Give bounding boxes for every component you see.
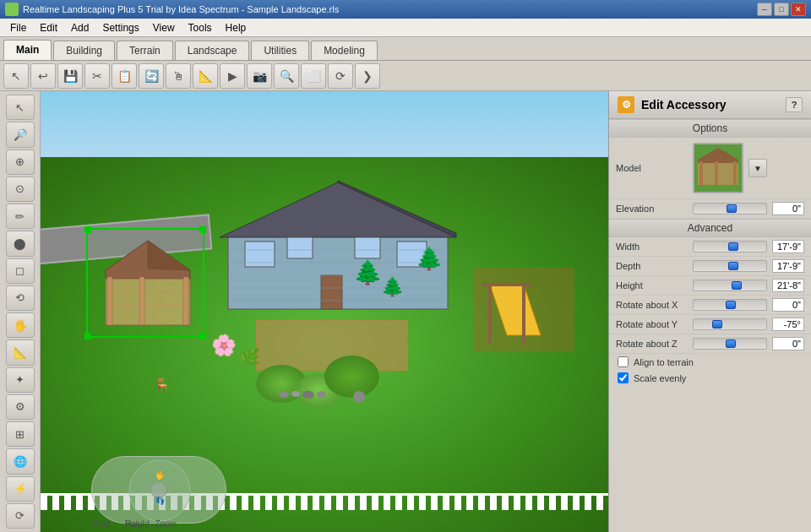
- nav-compass[interactable]: 🖐 👣: [91, 456, 226, 524]
- rotate-z-value[interactable]: 0": [772, 337, 804, 350]
- bush-1: 🌿: [239, 347, 260, 367]
- help-button[interactable]: ?: [786, 97, 803, 112]
- toolbar: ↖ ↩ 💾 ✂ 📋 🔄 🖱 📐 ▶ 📷 🔍 ⬜ ⟳ ❯: [0, 61, 811, 91]
- toolbar-select[interactable]: ↖: [3, 63, 29, 89]
- toolbar-refresh[interactable]: ⟳: [328, 63, 353, 89]
- sidebar-tool-orbit[interactable]: ⊙: [6, 176, 35, 202]
- tab-terrain[interactable]: Terrain: [117, 41, 173, 60]
- toolbar-save[interactable]: 💾: [57, 63, 83, 89]
- rotate-y-slider[interactable]: [693, 318, 767, 330]
- nav-orbit-label: Orbit: [91, 519, 110, 529]
- nav-zoom-label: Zoom: [155, 519, 177, 529]
- sidebar-tool-add[interactable]: ⊕: [6, 149, 35, 175]
- model-dropdown-button[interactable]: ▼: [748, 159, 767, 177]
- toolbar-undo[interactable]: ↩: [30, 63, 56, 89]
- toolbar-zoom[interactable]: 🔍: [274, 63, 299, 89]
- height-slider-thumb: [732, 281, 742, 290]
- height-row: Height 21'-8": [609, 276, 811, 296]
- elevation-slider[interactable]: [693, 203, 767, 214]
- menu-add[interactable]: Add: [64, 20, 95, 35]
- rock-path: [279, 391, 326, 399]
- sidebar-tool-flash[interactable]: ⚡: [6, 476, 35, 502]
- menu-help[interactable]: Help: [219, 20, 253, 35]
- rotate-x-slider[interactable]: [693, 299, 767, 311]
- window-controls: ─ □ ✕: [757, 3, 806, 16]
- maximize-button[interactable]: □: [774, 3, 789, 16]
- svg-text:🖐: 🖐: [155, 470, 166, 480]
- sidebar-tool-hand[interactable]: 🖐: [6, 312, 35, 338]
- width-slider-thumb: [728, 242, 738, 251]
- height-value[interactable]: 21'-8": [772, 279, 804, 292]
- rotate-y-slider-thumb: [712, 320, 722, 328]
- sidebar-tool-edit[interactable]: ✏: [6, 204, 35, 229]
- toolbar-play[interactable]: ▶: [220, 63, 245, 89]
- svg-text:👣: 👣: [155, 496, 166, 506]
- rotate-x-value[interactable]: 0": [772, 298, 804, 312]
- app-icon: [5, 3, 19, 16]
- width-value[interactable]: 17'-9": [772, 240, 804, 253]
- sidebar-tool-zoom[interactable]: 🔎: [6, 122, 35, 147]
- left-sidebar: ↖ 🔎 ⊕ ⊙ ✏ ⬤ ◻ ⟲ 🖐 📐 ✦ ⚙ ⊞ 🌐 ⚡ ⟳: [0, 91, 41, 532]
- toolbar-pointer[interactable]: 🖱: [166, 63, 191, 89]
- toolbar-camera[interactable]: 📷: [247, 63, 272, 89]
- svg-marker-13: [490, 285, 541, 335]
- playground: [473, 268, 574, 352]
- menu-tools[interactable]: Tools: [182, 20, 219, 35]
- svg-rect-7: [321, 275, 342, 309]
- depth-label: Depth: [616, 261, 688, 271]
- menu-view[interactable]: View: [146, 20, 182, 35]
- sidebar-tool-grid[interactable]: ⊞: [6, 421, 35, 447]
- rotate-y-label: Rotate about Y: [616, 319, 688, 329]
- viewport-3d[interactable]: 🌲 🌲 🌲 🌸 🌿: [41, 91, 608, 532]
- tab-utilities[interactable]: Utilities: [251, 41, 309, 60]
- gazebo: [97, 236, 199, 334]
- close-button[interactable]: ✕: [791, 3, 806, 16]
- elevation-value[interactable]: 0": [772, 202, 804, 215]
- window-title: Realtime Landscaping Plus 5 Trial by Ide…: [23, 4, 757, 14]
- tabbar: Main Building Terrain Landscape Utilitie…: [0, 37, 811, 61]
- sidebar-tool-select[interactable]: ↖: [6, 95, 35, 120]
- sidebar-tool-undo[interactable]: ⟲: [6, 285, 35, 311]
- height-slider[interactable]: [693, 280, 767, 291]
- toolbar-measure[interactable]: 📐: [193, 63, 218, 89]
- sidebar-tool-rect[interactable]: ◻: [6, 258, 35, 284]
- sidebar-tool-globe[interactable]: 🌐: [6, 448, 35, 474]
- tab-main[interactable]: Main: [3, 40, 52, 60]
- edit-accessory-icon: ⚙: [618, 96, 634, 113]
- tree-2: 🌲: [381, 276, 404, 298]
- model-row: Model ▼: [609, 138, 811, 199]
- toolbar-copy[interactable]: 📋: [112, 63, 137, 89]
- menu-settings[interactable]: Settings: [95, 20, 145, 35]
- elevation-row: Elevation 0": [609, 199, 811, 219]
- toolbar-box[interactable]: ⬜: [301, 63, 326, 89]
- align-terrain-checkbox[interactable]: [618, 356, 629, 367]
- panel-title: Edit Accessory: [641, 98, 727, 111]
- depth-value[interactable]: 17'-9": [772, 259, 804, 273]
- toolbar-next[interactable]: ❯: [355, 63, 380, 89]
- sidebar-tool-reset[interactable]: ⟳: [6, 503, 35, 529]
- svg-rect-33: [733, 161, 737, 185]
- sidebar-tool-star[interactable]: ✦: [6, 367, 35, 393]
- tab-building[interactable]: Building: [53, 41, 115, 60]
- depth-slider[interactable]: [693, 260, 767, 272]
- tab-landscape[interactable]: Landscape: [175, 41, 250, 60]
- width-label: Width: [616, 242, 688, 252]
- menu-edit[interactable]: Edit: [33, 20, 64, 35]
- bench: 🪑: [154, 377, 171, 394]
- sidebar-tool-ruler[interactable]: 📐: [6, 339, 35, 365]
- tab-modeling[interactable]: Modeling: [311, 41, 378, 60]
- model-thumbnail[interactable]: [693, 143, 743, 193]
- scale-evenly-label: Scale evenly: [634, 373, 686, 383]
- toolbar-rotate[interactable]: 🔄: [139, 63, 164, 89]
- sidebar-tool-gear[interactable]: ⚙: [6, 394, 35, 420]
- svg-marker-18: [148, 241, 190, 270]
- minimize-button[interactable]: ─: [757, 3, 772, 16]
- selection-handle-tr: [199, 226, 206, 233]
- toolbar-cut[interactable]: ✂: [84, 63, 110, 89]
- scale-evenly-checkbox[interactable]: [618, 372, 629, 383]
- rotate-y-value[interactable]: -75°: [772, 318, 804, 331]
- sidebar-tool-circle[interactable]: ⬤: [6, 231, 35, 256]
- rotate-z-slider[interactable]: [693, 338, 767, 350]
- width-slider[interactable]: [693, 241, 767, 252]
- menu-file[interactable]: File: [3, 20, 33, 35]
